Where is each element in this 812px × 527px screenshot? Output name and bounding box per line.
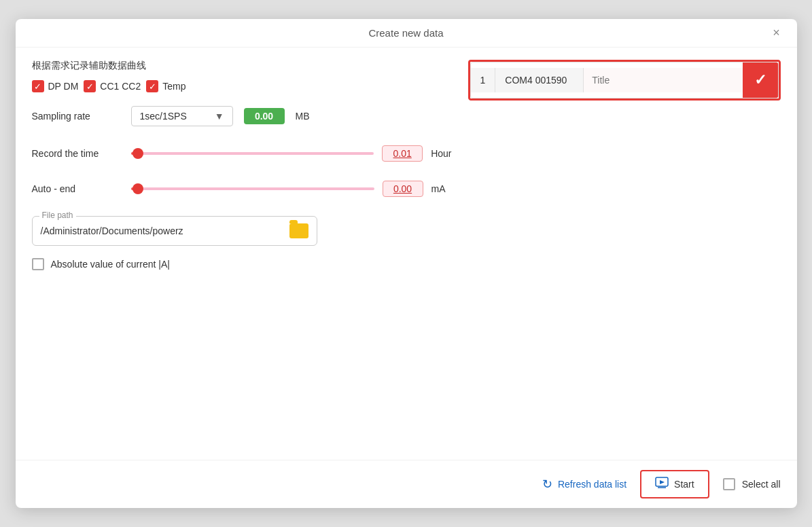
- select-all-container: Select all: [723, 478, 781, 490]
- checkbox-cc1-cc2-label: CC1 CC2: [100, 81, 141, 92]
- file-path-value: /Administrator/Documents/powerz: [41, 225, 283, 236]
- select-all-label: Select all: [742, 479, 781, 490]
- device-row-wrapper: 1 COM4 001590 ✓: [468, 60, 781, 101]
- file-path-label: File path: [39, 211, 76, 220]
- select-all-checkbox[interactable]: [723, 478, 735, 490]
- device-number: 1: [471, 68, 496, 92]
- auto-end-unit: mA: [431, 183, 452, 194]
- checkbox-cc1-cc2[interactable]: ✓ CC1 CC2: [84, 80, 141, 92]
- auto-end-row: Auto - end 0.00 mA: [32, 181, 452, 197]
- checkbox-group: ✓ DP DM ✓ CC1 CC2 ✓ Temp: [32, 80, 452, 92]
- start-icon: [655, 477, 669, 492]
- record-time-thumb[interactable]: [133, 148, 143, 159]
- svg-marker-2: [660, 480, 665, 484]
- sampling-rate-label: Sampling rate: [32, 111, 120, 122]
- device-check-icon: ✓: [754, 71, 766, 89]
- start-label: Start: [674, 479, 694, 490]
- sampling-rate-dropdown[interactable]: 1sec/1SPS ▼: [131, 106, 233, 126]
- auto-end-thumb[interactable]: [133, 183, 143, 194]
- device-select-checkbox[interactable]: ✓: [743, 62, 778, 98]
- start-button[interactable]: Start: [640, 470, 709, 498]
- checkbox-temp-box[interactable]: ✓: [146, 80, 158, 92]
- device-title-input[interactable]: [584, 68, 742, 92]
- record-time-value[interactable]: 0.01: [382, 145, 423, 162]
- dialog-title: Create new data: [368, 27, 443, 39]
- record-time-row: Record the time 0.01 Hour: [32, 145, 452, 162]
- content-area: 根据需求记录辅助数据曲线 ✓ DP DM ✓ CC1 CC2 ✓ Temp Sa…: [16, 48, 797, 460]
- checkbox-cc1-cc2-box[interactable]: ✓: [84, 80, 96, 92]
- subtitle: 根据需求记录辅助数据曲线: [32, 60, 452, 72]
- refresh-icon: ↻: [542, 477, 552, 492]
- checkbox-temp-label: Temp: [162, 81, 186, 92]
- refresh-button[interactable]: ↻ Refresh data list: [542, 477, 626, 492]
- mb-value: 0.00: [244, 108, 285, 124]
- auto-end-label: Auto - end: [32, 183, 120, 194]
- dialog: Create new data × 根据需求记录辅助数据曲线 ✓ DP DM ✓…: [16, 19, 797, 508]
- absolute-value-label: Absolute value of current |A|: [51, 259, 170, 270]
- checkbox-dp-dm-label: DP DM: [48, 81, 79, 92]
- dropdown-arrow-icon: ▼: [215, 111, 224, 122]
- auto-end-value[interactable]: 0.00: [383, 181, 423, 197]
- auto-end-slider-container: 0.00 mA: [131, 181, 452, 197]
- folder-icon[interactable]: [289, 223, 308, 238]
- record-time-label: Record the time: [32, 148, 120, 159]
- refresh-label: Refresh data list: [558, 479, 626, 490]
- device-info: COM4 001590: [495, 68, 584, 92]
- footer: ↻ Refresh data list Start Select all: [16, 460, 797, 508]
- record-time-unit: Hour: [431, 148, 451, 159]
- sampling-rate-value: 1sec/1SPS: [140, 111, 187, 122]
- mb-unit: MB: [296, 111, 310, 122]
- checkbox-temp[interactable]: ✓ Temp: [146, 80, 186, 92]
- title-bar: Create new data ×: [16, 19, 797, 48]
- device-row: 1 COM4 001590 ✓: [470, 62, 779, 98]
- checkbox-dp-dm-box[interactable]: ✓: [32, 80, 44, 92]
- absolute-value-checkbox[interactable]: [32, 258, 44, 270]
- absolute-value-row: Absolute value of current |A|: [32, 258, 452, 270]
- auto-end-track[interactable]: [131, 187, 374, 190]
- record-time-slider-container: 0.01 Hour: [131, 145, 452, 162]
- sampling-rate-row: Sampling rate 1sec/1SPS ▼ 0.00 MB: [32, 106, 452, 126]
- left-panel: 根据需求记录辅助数据曲线 ✓ DP DM ✓ CC1 CC2 ✓ Temp Sa…: [32, 60, 452, 448]
- checkbox-dp-dm[interactable]: ✓ DP DM: [32, 80, 79, 92]
- right-panel: 1 COM4 001590 ✓: [468, 60, 781, 448]
- close-button[interactable]: ×: [767, 24, 786, 43]
- record-time-track[interactable]: [131, 152, 374, 155]
- file-path-container: File path /Administrator/Documents/power…: [32, 216, 317, 246]
